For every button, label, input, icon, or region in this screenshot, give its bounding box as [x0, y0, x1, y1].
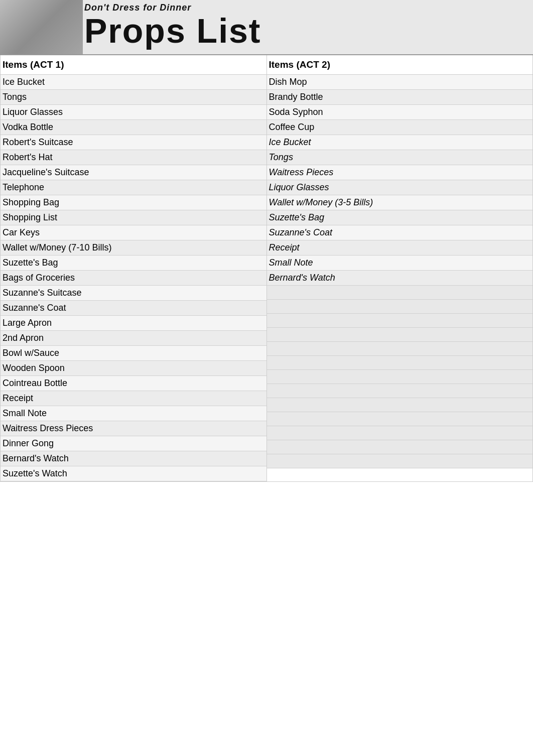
- act2-item-21: [267, 384, 533, 398]
- act2-item-12: Small Note: [267, 256, 533, 271]
- header-title: Props List: [84, 14, 261, 48]
- act2-item-1: Brandy Bottle: [267, 90, 533, 105]
- act1-item-6: Jacqueline's Suitcase: [1, 165, 266, 180]
- act1-item-10: Car Keys: [1, 225, 266, 240]
- act1-item-21: Receipt: [1, 391, 266, 406]
- act1-item-7: Telephone: [1, 180, 266, 195]
- act1-item-2: Liquor Glasses: [1, 105, 266, 120]
- act1-item-16: Large Apron: [1, 316, 266, 331]
- act1-item-14: Suzanne's Suitcase: [1, 286, 266, 301]
- act1-item-3: Vodka Bottle: [1, 120, 266, 135]
- act2-item-0: Dish Mop: [267, 75, 533, 90]
- header-title-block: Don't Dress for Dinner Props List: [84, 3, 261, 48]
- act1-item-9: Shopping List: [1, 210, 266, 225]
- page-header: Don't Dress for Dinner Props List: [0, 0, 533, 55]
- act1-item-1: Tongs: [1, 90, 266, 105]
- act1-item-17: 2nd Apron: [1, 331, 266, 346]
- act2-item-2: Soda Syphon: [267, 105, 533, 120]
- act2-item-26: [267, 454, 533, 468]
- act2-item-14: [267, 286, 533, 300]
- act1-item-22: Small Note: [1, 406, 266, 421]
- act2-item-22: [267, 398, 533, 412]
- act1-column: Items (ACT 1) Ice BucketTongsLiquor Glas…: [1, 55, 267, 481]
- act1-item-13: Bags of Groceries: [1, 271, 266, 286]
- act1-header: Items (ACT 1): [1, 55, 266, 75]
- act2-header: Items (ACT 2): [267, 55, 533, 75]
- act1-item-8: Shopping Bag: [1, 195, 266, 210]
- act2-item-16: [267, 314, 533, 328]
- act2-item-10: Suzanne's Coat: [267, 225, 533, 240]
- act1-item-19: Wooden Spoon: [1, 361, 266, 376]
- act2-item-13: Bernard's Watch: [267, 271, 533, 286]
- act2-item-5: Tongs: [267, 150, 533, 165]
- act1-item-24: Dinner Gong: [1, 436, 266, 451]
- act1-item-20: Cointreau Bottle: [1, 376, 266, 391]
- act2-item-17: [267, 328, 533, 342]
- act2-item-4: Ice Bucket: [267, 135, 533, 150]
- act2-item-18: [267, 342, 533, 356]
- act2-item-6: Waitress Pieces: [267, 165, 533, 180]
- act2-item-25: [267, 440, 533, 454]
- act1-items-list: Ice BucketTongsLiquor GlassesVodka Bottl…: [1, 75, 266, 481]
- act1-item-4: Robert's Suitcase: [1, 135, 266, 150]
- act2-item-7: Liquor Glasses: [267, 180, 533, 195]
- act2-item-8: Wallet w/Money (3-5 Bills): [267, 195, 533, 210]
- act1-item-26: Suzette's Watch: [1, 466, 266, 481]
- act1-item-0: Ice Bucket: [1, 75, 266, 90]
- act1-item-23: Waitress Dress Pieces: [1, 421, 266, 436]
- header-image: [0, 0, 83, 55]
- main-content: Items (ACT 1) Ice BucketTongsLiquor Glas…: [0, 55, 533, 482]
- act2-item-20: [267, 370, 533, 384]
- act1-item-15: Suzanne's Coat: [1, 301, 266, 316]
- act2-item-9: Suzette's Bag: [267, 210, 533, 225]
- act1-item-11: Wallet w/Money (7-10 Bills): [1, 240, 266, 256]
- act2-item-23: [267, 412, 533, 426]
- act2-column: Items (ACT 2) Dish MopBrandy BottleSoda …: [267, 55, 533, 481]
- act1-item-25: Bernard's Watch: [1, 451, 266, 466]
- act2-items-list: Dish MopBrandy BottleSoda SyphonCoffee C…: [267, 75, 533, 468]
- act2-item-24: [267, 426, 533, 440]
- act2-item-3: Coffee Cup: [267, 120, 533, 135]
- act1-item-12: Suzette's Bag: [1, 256, 266, 271]
- act2-item-15: [267, 300, 533, 314]
- act1-item-18: Bowl w/Sauce: [1, 346, 266, 361]
- act2-item-11: Receipt: [267, 240, 533, 256]
- act2-item-19: [267, 356, 533, 370]
- act1-item-5: Robert's Hat: [1, 150, 266, 165]
